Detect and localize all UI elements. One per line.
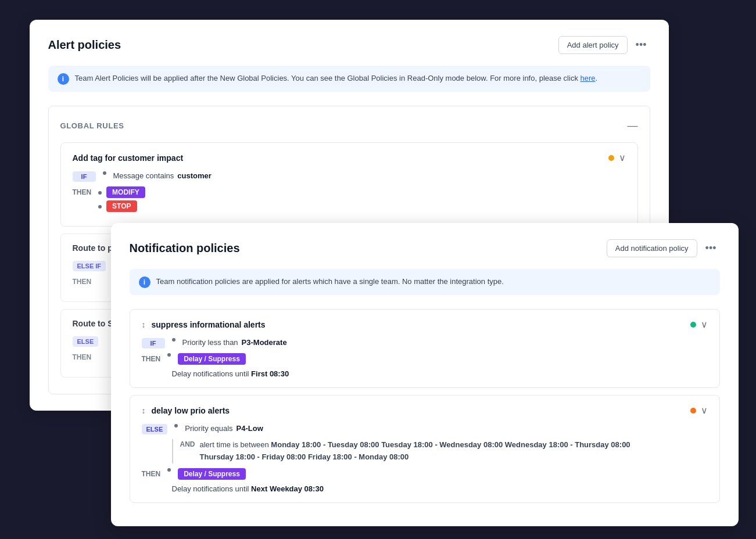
add-notification-policy-button[interactable]: Add notification policy: [607, 239, 697, 257]
if-label: IF: [73, 171, 96, 182]
notification-policies-header: Notification policies Add notification p…: [130, 239, 720, 257]
rule-suppress-title-row: ↕ suppress informational alerts: [142, 320, 266, 329]
rule-delay-title: delay low prio alerts: [152, 406, 230, 415]
suppress-if-condition: Priority less than P3-Moderate: [182, 338, 287, 347]
info-link[interactable]: here: [581, 74, 596, 82]
rule-suppress: ↕ suppress informational alerts ∨ IF Pri…: [130, 309, 720, 388]
rule-customer-impact-title: Add tag for customer impact: [73, 153, 184, 163]
delay-else-condition: Priority equals P4-Low: [185, 424, 263, 433]
rule-delay: ↕ delay low prio alerts ∨ ELSE Priority …: [130, 395, 720, 503]
delay-and-row: AND alert time is between Monday 18:00 -…: [172, 439, 708, 463]
rule-customer-impact-chevron[interactable]: ∨: [619, 152, 626, 163]
notification-policies-more-button[interactable]: •••: [702, 240, 720, 257]
delay-tag: Delay / Suppress: [178, 468, 246, 480]
then-stop: STOP: [98, 200, 145, 212]
sort-icon-delay: ↕: [142, 406, 146, 415]
add-alert-policy-button[interactable]: Add alert policy: [558, 36, 628, 54]
alert-policies-actions: Add alert policy •••: [558, 36, 650, 54]
delay-then-bullet: [167, 468, 171, 472]
global-rules-collapse-button[interactable]: —: [628, 120, 638, 131]
alert-policies-header: Alert policies Add alert policy •••: [48, 36, 650, 54]
notification-info-icon: i: [139, 276, 151, 288]
notification-policies-info-banner: i Team notification policies are applied…: [130, 269, 720, 295]
rule-delay-title-row: ↕ delay low prio alerts: [142, 406, 230, 415]
rule-delay-right: ∨: [690, 405, 708, 416]
rule-route-p-title: Route to p: [73, 243, 113, 253]
rule-suppress-right: ∨: [690, 319, 708, 330]
delay-else-bullet: [174, 424, 178, 427]
rule-delay-header: ↕ delay low prio alerts ∨: [142, 405, 708, 416]
rule-customer-impact-right: ∨: [608, 152, 626, 163]
suppress-if-bullet: [172, 338, 175, 342]
suppress-then-row: THEN Delay / Suppress: [142, 353, 708, 365]
delay-then-label: THEN: [142, 468, 161, 480]
suppress-delay-info: Delay notifications until First 08:30: [172, 369, 708, 378]
rule-customer-then-row: THEN MODIFY STOP: [73, 186, 626, 212]
global-rules-title: Global Rules: [60, 121, 124, 130]
global-rules-header: Global Rules —: [60, 116, 638, 135]
stop-tag: STOP: [106, 200, 137, 212]
rule-customer-if-row: IF Message contains customer: [73, 171, 626, 182]
alert-policies-info-banner: i Team Alert Policies will be applied af…: [48, 66, 650, 92]
and-condition: alert time is between Monday 18:00 - Tue…: [200, 439, 630, 463]
notification-info-text: Team notification policies are applied f…: [156, 276, 504, 288]
else-label: ELSE: [73, 336, 99, 347]
and-vertical-line: [172, 439, 173, 463]
delay-then-row: THEN Delay / Suppress: [142, 468, 708, 480]
then-label-3: THEN: [73, 351, 92, 363]
suppress-if-row: IF Priority less than P3-Moderate: [142, 338, 708, 348]
suppress-delay-tag: Delay / Suppress: [178, 353, 246, 365]
if-bullet: [103, 171, 106, 175]
notification-policies-title: Notification policies: [130, 242, 240, 255]
notification-policies-card: Notification policies Add notification p…: [111, 223, 739, 526]
info-icon: i: [58, 73, 69, 85]
notification-policies-actions: Add notification policy •••: [607, 239, 720, 257]
rule-delay-status: [690, 408, 696, 414]
sort-icon-suppress: ↕: [142, 320, 146, 329]
if-condition: Message contains customer: [113, 171, 212, 180]
delay-delay-info: Delay notifications until Next Weekday 0…: [172, 484, 708, 493]
stop-bullet: [98, 205, 102, 209]
then-label: THEN: [73, 186, 92, 198]
rule-customer-impact-status: [608, 155, 614, 161]
rule-suppress-title: suppress informational alerts: [152, 320, 266, 329]
rule-route-s-title: Route to S: [73, 319, 113, 328]
alert-policies-info-text: Team Alert Policies will be applied afte…: [75, 73, 598, 84]
suppress-if-label: IF: [142, 338, 165, 348]
suppress-then-label: THEN: [142, 353, 161, 365]
rule-suppress-header: ↕ suppress informational alerts ∨: [142, 319, 708, 330]
modify-bullet: [98, 191, 102, 195]
rule-suppress-chevron[interactable]: ∨: [701, 319, 708, 330]
and-label: AND: [180, 440, 195, 448]
alert-policies-title: Alert policies: [48, 38, 121, 52]
then-label-2: THEN: [73, 276, 92, 288]
rule-customer-impact-header: Add tag for customer impact ∨: [73, 152, 626, 163]
suppress-then-bullet: [167, 353, 171, 357]
rule-delay-chevron[interactable]: ∨: [701, 405, 708, 416]
else-if-label: ELSE IF: [73, 261, 106, 271]
modify-tag: MODIFY: [106, 186, 145, 198]
rule-suppress-status: [690, 322, 696, 328]
alert-policies-more-button[interactable]: •••: [632, 37, 650, 53]
then-modify: MODIFY: [98, 186, 145, 198]
delay-else-row: ELSE Priority equals P4-Low: [142, 424, 708, 434]
rule-customer-impact: Add tag for customer impact ∨ IF Message…: [60, 142, 638, 227]
delay-else-label: ELSE: [142, 424, 168, 434]
